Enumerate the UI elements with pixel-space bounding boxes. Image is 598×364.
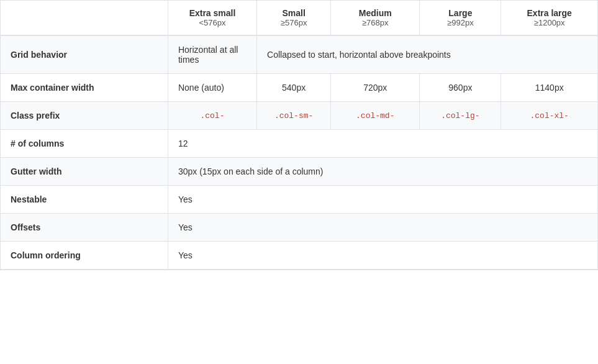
row-cell-all: 12 xyxy=(168,130,597,158)
row-cell: 540px xyxy=(257,74,331,102)
table-row: Grid behaviorHorizontal at all timesColl… xyxy=(1,35,597,74)
row-label: Offsets xyxy=(1,214,168,242)
table-row: OffsetsYes xyxy=(1,214,597,242)
row-label: # of columns xyxy=(1,130,168,158)
row-label: Max container width xyxy=(1,74,168,102)
row-cell: None (auto) xyxy=(168,74,256,102)
row-code-cell: .col-sm- xyxy=(257,102,331,130)
table-row: Column orderingYes xyxy=(1,242,597,270)
row-cell: 1140px xyxy=(501,74,597,102)
table-row: Max container widthNone (auto)540px720px… xyxy=(1,74,597,102)
header-large: Large ≥992px xyxy=(420,1,501,35)
row-cell-all: Yes xyxy=(168,186,597,214)
grid-table: Extra small <576px Small ≥576px Medium ≥… xyxy=(0,0,598,270)
row-cell: Horizontal at all times xyxy=(168,35,256,74)
row-code-cell: .col-xl- xyxy=(501,102,597,130)
row-label: Nestable xyxy=(1,186,168,214)
table-row: Class prefix.col-.col-sm-.col-md-.col-lg… xyxy=(1,102,597,130)
table-row: NestableYes xyxy=(1,186,597,214)
header-extra-large: Extra large ≥1200px xyxy=(501,1,597,35)
row-cell: 960px xyxy=(420,74,501,102)
header-small: Small ≥576px xyxy=(257,1,331,35)
row-cell-all: 30px (15px on each side of a column) xyxy=(168,158,597,186)
row-label: Grid behavior xyxy=(1,35,168,74)
header-extra-small: Extra small <576px xyxy=(168,1,256,35)
table-row: Gutter width30px (15px on each side of a… xyxy=(1,158,597,186)
row-code-cell: .col-lg- xyxy=(420,102,501,130)
row-label: Gutter width xyxy=(1,158,168,186)
row-code-cell: .col- xyxy=(168,102,256,130)
row-cell-all: Yes xyxy=(168,242,597,270)
header-medium: Medium ≥768px xyxy=(331,1,420,35)
row-label: Column ordering xyxy=(1,242,168,270)
header-empty xyxy=(1,1,168,35)
row-cell-all: Yes xyxy=(168,214,597,242)
row-code-cell: .col-md- xyxy=(331,102,420,130)
table-row: # of columns12 xyxy=(1,130,597,158)
row-cell-span: Collapsed to start, horizontal above bre… xyxy=(257,35,597,74)
row-cell: 720px xyxy=(331,74,420,102)
row-label: Class prefix xyxy=(1,102,168,130)
